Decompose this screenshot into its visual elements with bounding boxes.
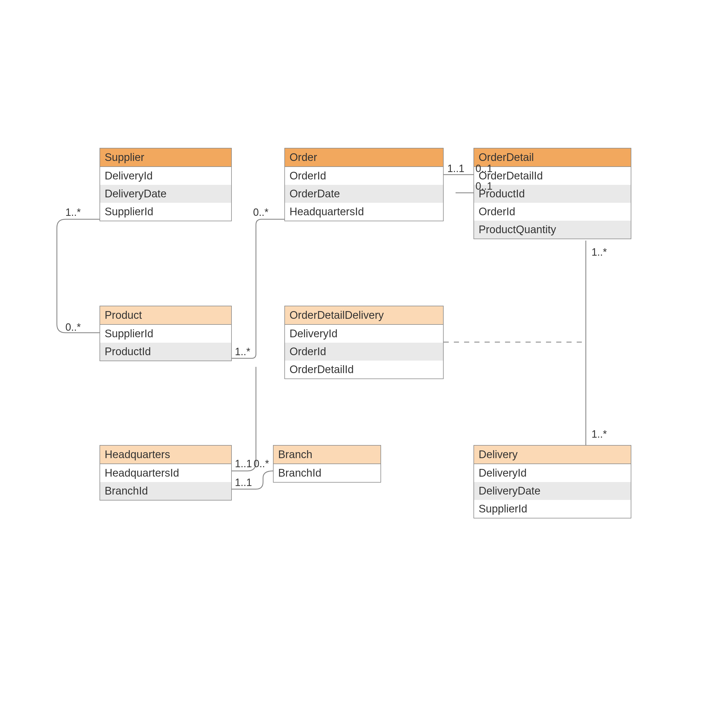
rel-headquarters-order: [232, 367, 256, 471]
entity-orderdetaildelivery-attr-2: OrderDetailId: [285, 361, 443, 378]
mult-orderdetail-bl: 0..1: [476, 180, 492, 192]
entity-orderdetaildelivery-title: OrderDetailDelivery: [285, 306, 443, 325]
entity-order: Order OrderId OrderDate HeadquartersId: [284, 148, 444, 221]
entity-supplier-attr-0: DeliveryId: [100, 167, 231, 185]
entity-product: Product SupplierId ProductId: [99, 306, 232, 361]
entity-orderdetail-attr-3: ProductQuantity: [474, 221, 631, 239]
mult-branch-left: 0..*: [254, 458, 269, 470]
mult-orderdetail-tl: 0..1: [476, 163, 492, 174]
entity-headquarters: Headquarters HeadquartersId BranchId: [99, 445, 232, 500]
entity-supplier: Supplier DeliveryId DeliveryDate Supplie…: [99, 148, 232, 221]
entity-supplier-attr-1: DeliveryDate: [100, 185, 231, 203]
mult-supplier-top: 1..*: [66, 206, 81, 219]
mult-order-right: 1..1: [447, 163, 464, 174]
entity-orderdetail-attr-0: OrderDetailId: [474, 167, 631, 185]
mult-delivery-top: 1..*: [592, 428, 607, 440]
entity-headquarters-attr-1: BranchId: [100, 482, 231, 500]
entity-orderdetaildelivery: OrderDetailDelivery DeliveryId OrderId O…: [284, 306, 444, 379]
entity-orderdetail-attr-1: ProductId: [474, 185, 631, 203]
entity-orderdetail: OrderDetail OrderDetailId ProductId Orde…: [474, 148, 631, 239]
entity-branch: Branch BranchId: [273, 445, 381, 483]
entity-product-attr-0: SupplierId: [100, 325, 231, 343]
entity-delivery-attr-0: DeliveryId: [474, 464, 631, 482]
entity-orderdetaildelivery-attr-1: OrderId: [285, 343, 443, 361]
entity-delivery: Delivery DeliveryId DeliveryDate Supplie…: [474, 445, 631, 518]
er-diagram-canvas: Supplier DeliveryId DeliveryDate Supplie…: [0, 0, 728, 728]
entity-supplier-title: Supplier: [100, 148, 231, 167]
entity-order-attr-0: OrderId: [285, 167, 443, 185]
entity-orderdetail-title: OrderDetail: [474, 148, 631, 167]
entity-order-title: Order: [285, 148, 443, 167]
entity-delivery-attr-1: DeliveryDate: [474, 482, 631, 500]
entity-orderdetail-attr-2: OrderId: [474, 203, 631, 221]
entity-delivery-attr-2: SupplierId: [474, 500, 631, 518]
entity-product-attr-1: ProductId: [100, 343, 231, 361]
entity-branch-title: Branch: [274, 446, 381, 464]
mult-product-right: 1..*: [235, 346, 250, 358]
entity-delivery-title: Delivery: [474, 446, 631, 464]
entity-supplier-attr-2: SupplierId: [100, 203, 231, 221]
mult-hq-r1: 1..1: [235, 458, 252, 470]
entity-headquarters-title: Headquarters: [100, 446, 231, 464]
mult-supplier-bot: 0..*: [66, 321, 81, 333]
mult-hq-r2: 1..1: [235, 477, 252, 489]
mult-orderdetail-br: 1..*: [592, 246, 607, 258]
entity-order-attr-2: HeadquartersId: [285, 203, 443, 221]
rel-product-order: [232, 219, 284, 358]
entity-orderdetaildelivery-attr-0: DeliveryId: [285, 325, 443, 343]
rel-supplier-product: [57, 219, 99, 333]
entity-order-attr-1: OrderDate: [285, 185, 443, 203]
mult-order-left: 0..*: [253, 206, 268, 219]
entity-product-title: Product: [100, 306, 231, 325]
entity-branch-attr-0: BranchId: [274, 464, 381, 482]
entity-headquarters-attr-0: HeadquartersId: [100, 464, 231, 482]
